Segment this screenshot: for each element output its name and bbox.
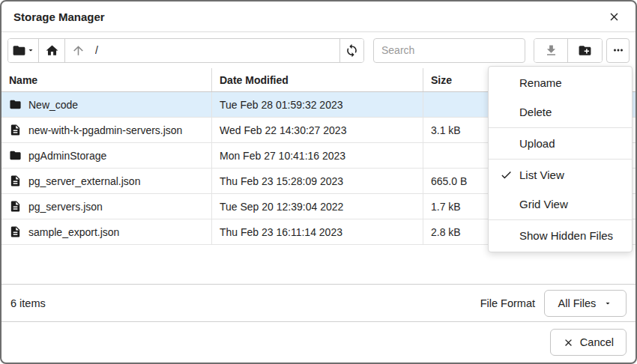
- file-date-modified: Tue Sep 20 12:39:04 2022: [220, 201, 343, 213]
- menu-item-label: Grid View: [519, 198, 568, 210]
- close-icon[interactable]: [606, 8, 622, 25]
- file-format-value: All Files: [558, 297, 597, 309]
- download-icon: [544, 43, 558, 58]
- dialog-title: Storage Manager: [13, 10, 105, 23]
- cancel-button[interactable]: Cancel: [550, 329, 627, 356]
- menu-item-list-view[interactable]: List View: [489, 160, 632, 189]
- file-icon: [9, 200, 22, 213]
- file-size: 3.1 kB: [431, 124, 461, 136]
- home-icon: [45, 43, 59, 58]
- menu-item-upload[interactable]: Upload: [489, 129, 632, 158]
- chevron-down-icon: [26, 46, 35, 55]
- folder-icon: [9, 149, 22, 162]
- toolbar: [1, 32, 636, 68]
- file-name: pgAdminStorage: [28, 150, 106, 162]
- path-input[interactable]: [91, 39, 339, 62]
- up-directory-button[interactable]: [65, 39, 91, 62]
- file-name: sample_export.json: [28, 226, 119, 238]
- status-bar: 6 items File Format All Files: [1, 284, 636, 321]
- file-name: pg_server_external.json: [28, 175, 140, 187]
- file-icon: [9, 124, 22, 136]
- dialog-actions: Cancel: [1, 321, 636, 363]
- menu-item-delete[interactable]: Delete: [489, 97, 632, 127]
- file-date-modified: Wed Feb 22 14:30:27 2023: [220, 124, 346, 136]
- cancel-label: Cancel: [580, 336, 614, 348]
- search-input[interactable]: [373, 38, 525, 63]
- menu-divider: [489, 219, 632, 220]
- check-icon: [500, 169, 519, 181]
- file-date-modified: Mon Feb 27 10:41:16 2023: [220, 150, 345, 162]
- menu-item-grid-view[interactable]: Grid View: [489, 189, 632, 219]
- menu-item-show-hidden-files[interactable]: Show Hidden Files: [489, 221, 632, 250]
- file-name: new-with-k-pgadmin-servers.json: [28, 124, 182, 136]
- menu-item-label: Delete: [519, 106, 552, 118]
- close-icon: [563, 337, 574, 348]
- menu-item-label: Rename: [519, 76, 562, 89]
- file-size: 2.8 kB: [431, 226, 461, 238]
- check-icon: [500, 198, 519, 210]
- new-folder-icon: [578, 43, 592, 58]
- file-date-modified: Thu Feb 23 15:28:09 2023: [220, 175, 343, 187]
- options-menu: Rename Delete Upload List View Grid View…: [488, 66, 633, 252]
- file-format-wrap: File Format All Files: [480, 290, 627, 317]
- menu-item-label: Show Hidden Files: [519, 229, 613, 242]
- home-button[interactable]: [39, 39, 65, 62]
- items-count: 6 items: [10, 297, 46, 309]
- arrow-up-icon: [71, 43, 85, 58]
- new-folder-button[interactable]: [568, 39, 602, 62]
- more-options-icon: [612, 43, 625, 57]
- file-date-modified: Tue Feb 28 01:59:32 2023: [220, 99, 343, 111]
- check-icon: [500, 229, 519, 242]
- folder-icon: [12, 43, 26, 58]
- folder-menu-button[interactable]: [8, 39, 39, 62]
- file-icon: [9, 175, 22, 187]
- column-header-date-modified[interactable]: Date Modified: [212, 68, 423, 91]
- file-format-select[interactable]: All Files: [544, 290, 627, 317]
- file-name: pg_servers.json: [28, 201, 103, 213]
- menu-item-rename[interactable]: Rename: [489, 68, 632, 97]
- file-action-group: [534, 38, 603, 63]
- check-icon: [500, 137, 519, 150]
- column-header-name[interactable]: Name: [1, 68, 212, 91]
- caret-down-icon: [603, 299, 612, 308]
- file-format-label: File Format: [480, 297, 535, 309]
- folder-icon: [9, 98, 22, 111]
- dialog-header: Storage Manager: [1, 1, 636, 32]
- download-button[interactable]: [534, 39, 568, 62]
- refresh-icon: [345, 43, 359, 58]
- file-name: New_code: [28, 99, 78, 111]
- menu-divider: [489, 159, 632, 160]
- check-icon: [500, 106, 519, 118]
- file-size: 665.0 B: [431, 175, 467, 187]
- menu-divider: [489, 127, 632, 128]
- file-icon: [9, 225, 22, 238]
- menu-item-label: Upload: [519, 137, 555, 150]
- more-options-button[interactable]: [606, 38, 630, 63]
- file-size: 1.7 kB: [431, 201, 461, 213]
- path-group: [7, 38, 364, 63]
- check-icon: [500, 76, 519, 89]
- refresh-button[interactable]: [339, 39, 363, 62]
- file-date-modified: Thu Feb 23 16:11:14 2023: [220, 226, 342, 238]
- menu-item-label: List View: [519, 169, 564, 181]
